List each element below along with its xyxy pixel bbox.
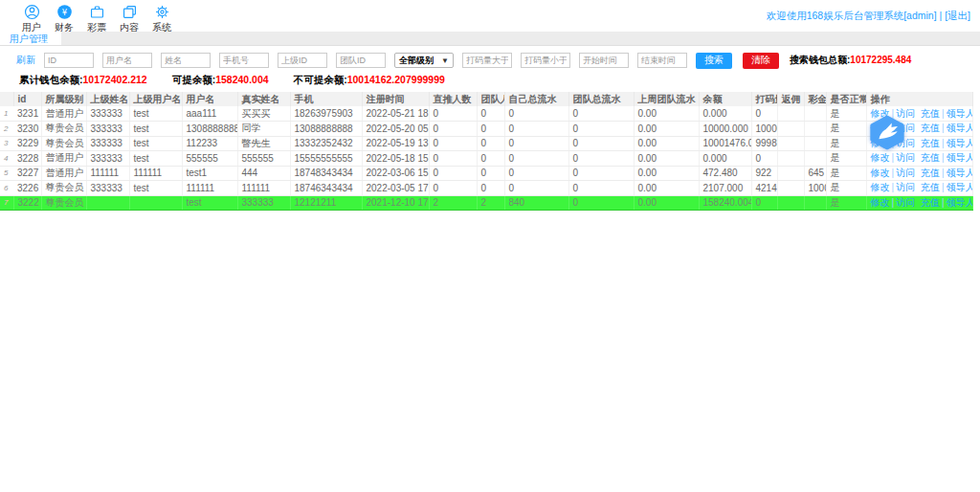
logout-link[interactable]: [退出] bbox=[945, 10, 970, 21]
cell-direct-count: 0 bbox=[429, 136, 477, 151]
cell-team-flow: 0 bbox=[568, 136, 634, 151]
cell-rebate bbox=[777, 195, 804, 211]
cell-realname: 同学 bbox=[237, 122, 290, 137]
action-recharge-link[interactable]: 充值 bbox=[921, 138, 940, 148]
cell-last-week-team-flow: 0.00 bbox=[634, 195, 699, 211]
start-time-input[interactable] bbox=[579, 53, 629, 68]
user-table-header: id所属级别上级姓名上级用户名用户名真实姓名手机注册时间直推人数团队人数自己总流… bbox=[0, 92, 972, 106]
dove-widget-icon[interactable] bbox=[867, 115, 907, 154]
cell-balance: 2107.000 bbox=[699, 181, 751, 196]
welcome-bar: 欢迎使用168娱乐后台管理系统[admin] | [退出] bbox=[767, 10, 970, 23]
action-recharge-link[interactable]: 充值 bbox=[921, 123, 940, 133]
nav-item-finance[interactable]: ¥ 财务 bbox=[48, 4, 80, 34]
action-leader-link[interactable]: 领导人 bbox=[947, 138, 972, 148]
cell-direct-count: 0 bbox=[429, 151, 477, 167]
search-button[interactable]: 搜索 bbox=[696, 53, 732, 69]
action-leader-link[interactable]: 领导人 bbox=[947, 168, 972, 178]
cell-self-flow: 0 bbox=[504, 181, 568, 196]
nav-item-users[interactable]: 用户 bbox=[15, 4, 48, 34]
header-team-flow: 团队总流水 bbox=[568, 92, 634, 106]
cell-team-count: 0 bbox=[477, 151, 504, 167]
cell-bet-amount: 10000 bbox=[751, 122, 777, 137]
cell-is-normal: 是 bbox=[826, 181, 866, 196]
header-bonus: 彩金 bbox=[804, 92, 826, 106]
wallet-total-value: 10172295.484 bbox=[850, 55, 911, 65]
cell-parent-username: test bbox=[129, 151, 182, 167]
table-row: 33229尊贵会员333333test112233瞥先生133323524322… bbox=[0, 136, 972, 151]
cell-rebate bbox=[777, 136, 804, 151]
id-input[interactable] bbox=[44, 53, 94, 68]
action-leader-link[interactable]: 领导人 bbox=[947, 123, 972, 133]
header-last-week-team-flow: 上周团队流水 bbox=[634, 92, 699, 106]
cell-id: 3231 bbox=[13, 106, 41, 122]
cell-balance: 0.000 bbox=[699, 151, 751, 167]
row-index: 4 bbox=[0, 151, 13, 167]
refresh-link[interactable]: 刷新 bbox=[16, 54, 35, 67]
cell-self-flow: 0 bbox=[504, 136, 568, 151]
action-visit-link[interactable]: 访问 bbox=[896, 168, 915, 178]
svg-text:¥: ¥ bbox=[61, 8, 67, 17]
cell-self-flow: 840 bbox=[504, 195, 568, 211]
action-recharge-link[interactable]: 充值 bbox=[921, 197, 940, 208]
action-edit-link[interactable]: 修改 bbox=[871, 197, 890, 208]
nav-label-finance: 财务 bbox=[48, 21, 80, 34]
end-time-input[interactable] bbox=[637, 53, 687, 68]
cell-parent-name: 333333 bbox=[86, 136, 129, 151]
cell-username: test1 bbox=[182, 166, 237, 181]
nav-item-lottery[interactable]: 彩票 bbox=[80, 4, 113, 34]
row-index: 6 bbox=[0, 181, 13, 196]
action-leader-link[interactable]: 领导人 bbox=[947, 108, 972, 119]
cell-bonus bbox=[804, 195, 826, 211]
cell-bet-amount: 0 bbox=[751, 195, 777, 211]
table-row: 23230尊贵会员333333test13088888888同学13088888… bbox=[0, 122, 972, 137]
phone-input[interactable] bbox=[219, 53, 269, 68]
username-input[interactable] bbox=[102, 53, 152, 68]
cell-team-count: 0 bbox=[477, 122, 504, 137]
cell-parent-name bbox=[86, 195, 129, 211]
bet-greater-input[interactable] bbox=[462, 53, 512, 68]
action-recharge-link[interactable]: 充值 bbox=[921, 168, 940, 178]
cell-direct-count: 0 bbox=[429, 166, 477, 181]
action-visit-link[interactable]: 访问 bbox=[896, 182, 915, 192]
table-row: 13231普通用户333333testaaa111买买买182639759032… bbox=[0, 106, 972, 122]
cell-id: 3228 bbox=[13, 151, 41, 167]
action-recharge-link[interactable]: 充值 bbox=[921, 152, 940, 163]
cell-parent-username: 111111 bbox=[129, 166, 182, 181]
cell-bonus bbox=[804, 106, 826, 122]
cell-username: 13088888888 bbox=[182, 122, 237, 137]
cell-bet-amount: 4214 bbox=[751, 181, 777, 196]
total-wallet-balance-label: 累计钱包余额: bbox=[19, 74, 83, 85]
name-input[interactable] bbox=[161, 53, 211, 68]
cell-is-normal: 是 bbox=[826, 122, 866, 137]
level-select[interactable]: 全部级别 ▼ bbox=[394, 53, 454, 68]
cell-team-count: 2 bbox=[477, 195, 504, 211]
team-id-input[interactable] bbox=[336, 53, 386, 68]
nav-item-system[interactable]: 系统 bbox=[145, 4, 178, 34]
cell-direct-count: 0 bbox=[429, 106, 477, 122]
action-edit-link[interactable]: 修改 bbox=[871, 168, 890, 178]
cell-bonus bbox=[804, 151, 826, 167]
row-index: 3 bbox=[0, 136, 13, 151]
header-level: 所属级别 bbox=[41, 92, 86, 106]
action-recharge-link[interactable]: 充值 bbox=[921, 108, 940, 119]
parent-id-input[interactable] bbox=[278, 53, 327, 68]
cell-team-flow: 0 bbox=[568, 151, 634, 167]
action-leader-link[interactable]: 领导人 bbox=[947, 182, 972, 192]
nav-item-content[interactable]: 内容 bbox=[113, 4, 145, 34]
link-separator: | bbox=[940, 182, 947, 192]
layers-icon bbox=[113, 4, 145, 20]
cell-id: 3227 bbox=[13, 166, 41, 181]
cell-rebate bbox=[777, 122, 804, 137]
header-id: id bbox=[13, 92, 41, 106]
cell-username: 111111 bbox=[182, 181, 237, 196]
action-edit-link[interactable]: 修改 bbox=[871, 182, 890, 192]
action-leader-link[interactable]: 领导人 bbox=[947, 152, 972, 163]
link-separator: | bbox=[940, 152, 947, 163]
action-leader-link[interactable]: 领导人 bbox=[947, 197, 972, 208]
action-recharge-link[interactable]: 充值 bbox=[921, 182, 940, 192]
clear-button[interactable]: 清除 bbox=[743, 53, 779, 69]
cell-reg-time: 2022-05-21 18:59 bbox=[362, 106, 429, 122]
user-icon bbox=[15, 4, 48, 20]
bet-less-input[interactable] bbox=[521, 53, 570, 68]
action-visit-link[interactable]: 访问 bbox=[896, 197, 915, 208]
